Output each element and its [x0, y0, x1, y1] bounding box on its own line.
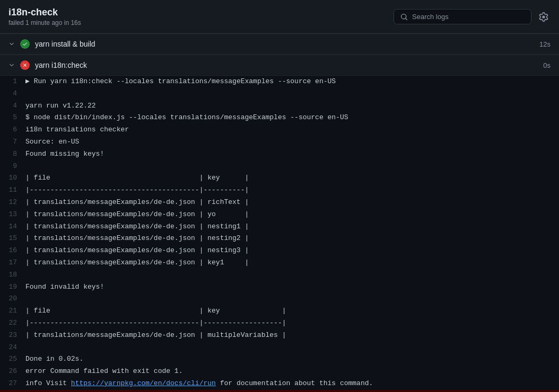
page-title: i18n-check: [8, 7, 81, 18]
job-duration-1: 12s: [539, 40, 551, 48]
chevron-down-icon-2: [8, 62, 15, 68]
line-content: | translations/messageExamples/de-de.jso…: [25, 330, 559, 341]
line-content: Done in 0.02s.: [25, 354, 559, 365]
line-number: 1: [0, 76, 25, 87]
log-line: 7 Source: en-US: [0, 136, 559, 148]
line-content: | file | key |: [25, 173, 559, 184]
line-number: 13: [0, 209, 25, 220]
status-icon-success: [20, 39, 30, 49]
line-number: 23: [0, 330, 25, 341]
log-line: 8 Found missing keys!: [0, 148, 559, 161]
line-number: 18: [0, 270, 25, 281]
job-header-2[interactable]: yarn i18n:check 0s: [0, 55, 559, 76]
line-number: 27: [0, 378, 25, 389]
line-number: 9: [0, 161, 25, 172]
line-content: yarn run v1.22.22: [25, 101, 559, 112]
chevron-down-icon: [8, 41, 15, 47]
log-line: 11 |------------------------------------…: [0, 184, 559, 197]
job-duration-2: 0s: [543, 61, 551, 69]
line-number: 7: [0, 137, 25, 148]
line-number: 4: [0, 88, 25, 100]
job-section-2: yarn i18n:check 0s 1 ▶ Run yarn i18n:che…: [0, 55, 559, 392]
header-actions: [394, 9, 551, 24]
line-number: 20: [0, 293, 25, 305]
log-line: 18: [0, 269, 559, 281]
log-line: 26 error Command failed with exit code 1…: [0, 366, 559, 378]
line-number: 10: [0, 173, 25, 184]
line-content: info Visit https://yarnpkg.com/en/docs/c…: [25, 378, 559, 389]
line-content: ▶ Run yarn i18n:check --locales translat…: [25, 76, 559, 87]
log-line: 19 Found invalid keys!: [0, 281, 559, 293]
log-line-error: 28 Error: Process completed with exit co…: [0, 390, 559, 392]
page-subtitle: failed 1 minute ago in 16s: [8, 19, 81, 26]
line-number: 14: [0, 221, 25, 233]
docs-link[interactable]: https://yarnpkg.com/en/docs/cli/run: [71, 379, 216, 387]
log-line: 25 Done in 0.02s.: [0, 353, 559, 366]
line-number: 16: [0, 245, 25, 256]
status-icon-failure: [20, 60, 30, 70]
line-number: 15: [0, 233, 25, 244]
log-line: 4 yarn run v1.22.22: [0, 100, 559, 112]
log-line: 9: [0, 161, 559, 173]
line-number: 22: [0, 318, 25, 329]
line-content: | translations/messageExamples/de-de.jso…: [25, 257, 559, 269]
line-number: 26: [0, 366, 25, 377]
log-line: 10 | file | key |: [0, 172, 559, 184]
log-line: 12 | translations/messageExamples/de-de.…: [0, 197, 559, 209]
line-number: 6: [0, 124, 25, 136]
line-number: 25: [0, 354, 25, 365]
line-number: 11: [0, 185, 25, 196]
page-header: i18n-check failed 1 minute ago in 16s: [0, 0, 559, 34]
log-line: 5 $ node dist/bin/index.js --locales tra…: [0, 112, 559, 124]
log-line: 13 | translations/messageExamples/de-de.…: [0, 209, 559, 221]
job-name-2: yarn i18n:check: [35, 61, 538, 69]
line-content: | translations/messageExamples/de-de.jso…: [25, 245, 559, 256]
line-number: 19: [0, 282, 25, 293]
log-line: 14 | translations/messageExamples/de-de.…: [0, 221, 559, 233]
line-number: 17: [0, 257, 25, 269]
log-line: 6 i18n translations checker: [0, 124, 559, 136]
line-content: i18n translations checker: [25, 124, 559, 136]
settings-button[interactable]: [537, 10, 551, 24]
log-line: 27 info Visit https://yarnpkg.com/en/doc…: [0, 378, 559, 390]
search-input[interactable]: [412, 13, 525, 21]
line-content: | translations/messageExamples/de-de.jso…: [25, 221, 559, 233]
log-line: 16 | translations/messageExamples/de-de.…: [0, 245, 559, 257]
line-content: |---------------------------------------…: [25, 185, 559, 196]
log-line: 4: [0, 88, 559, 100]
log-line: 23 | translations/messageExamples/de-de.…: [0, 329, 559, 342]
search-icon: [400, 13, 408, 21]
header-title-area: i18n-check failed 1 minute ago in 16s: [8, 7, 81, 26]
line-content: | file | key |: [25, 306, 559, 317]
line-number: 5: [0, 112, 25, 123]
gear-icon: [539, 12, 548, 22]
line-number: 21: [0, 306, 25, 317]
log-line: 22 |------------------------------------…: [0, 317, 559, 329]
line-content: Found invalid keys!: [25, 282, 559, 293]
line-number: 8: [0, 149, 25, 160]
line-content: $ node dist/bin/index.js --locales trans…: [25, 112, 559, 123]
line-content: error Command failed with exit code 1.: [25, 366, 559, 377]
line-content: | translations/messageExamples/de-de.jso…: [25, 233, 559, 244]
line-content: | translations/messageExamples/de-de.jso…: [25, 209, 559, 220]
line-number: 12: [0, 197, 25, 208]
log-line: 20: [0, 293, 559, 305]
log-content: 1 ▶ Run yarn i18n:check --locales transl…: [0, 76, 559, 392]
line-content: | translations/messageExamples/de-de.jso…: [25, 197, 559, 208]
line-number: 24: [0, 342, 25, 353]
log-line: 1 ▶ Run yarn i18n:check --locales transl…: [0, 76, 559, 88]
job-name-1: yarn install & build: [35, 40, 534, 48]
search-box[interactable]: [394, 9, 531, 24]
log-line: 15 | translations/messageExamples/de-de.…: [0, 233, 559, 245]
line-content: Found missing keys!: [25, 149, 559, 160]
job-header-1[interactable]: yarn install & build 12s: [0, 34, 559, 55]
log-line: 24: [0, 342, 559, 354]
log-line: 21 | file | key |: [0, 305, 559, 317]
log-line: 17 | translations/messageExamples/de-de.…: [0, 257, 559, 269]
line-content: |---------------------------------------…: [25, 318, 559, 329]
line-number: 4: [0, 101, 25, 112]
line-content: Source: en-US: [25, 137, 559, 148]
job-section-1: yarn install & build 12s: [0, 34, 559, 55]
